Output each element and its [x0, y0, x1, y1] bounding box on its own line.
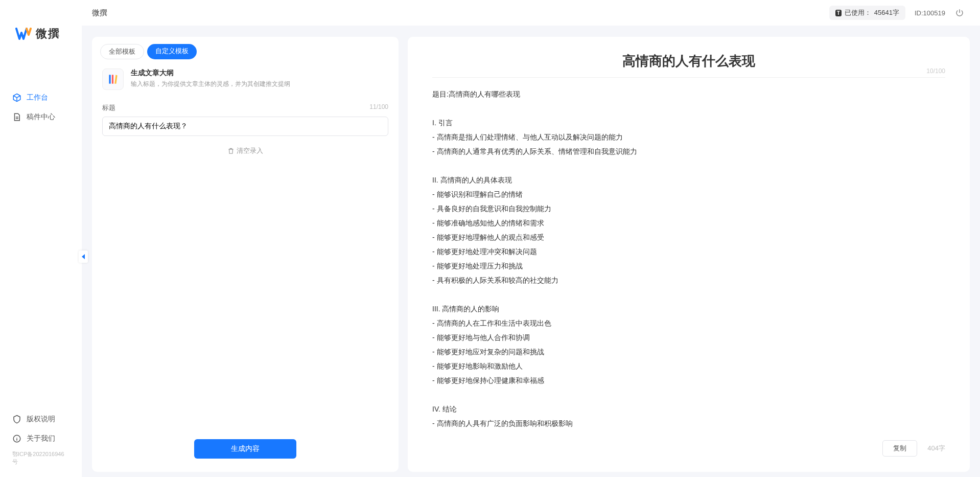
clear-label: 清空录入: [237, 146, 263, 155]
power-button[interactable]: [954, 8, 965, 18]
document-icon: [12, 112, 21, 122]
usage-prefix: 已使用：: [845, 8, 871, 17]
usage-badge[interactable]: T 已使用：45641字: [829, 6, 905, 20]
input-panel: 全部模板 自定义模板 生成文章大纲 输入标题，为你提供文章主体的灵感，并为其创建…: [92, 37, 399, 472]
sidebar-item-label: 关于我们: [27, 434, 55, 443]
tab-all-templates[interactable]: 全部模板: [100, 44, 144, 59]
generate-button[interactable]: 生成内容: [194, 439, 296, 459]
sidebar: 微撰 工作台 稿件中心 版权说明: [0, 0, 82, 477]
sidebar-item-about[interactable]: 关于我们: [0, 429, 82, 448]
cube-icon: [12, 93, 21, 102]
app-title: 微撰: [92, 8, 107, 18]
template-description: 输入标题，为你提供文章主体的灵感，并为其创建推文提纲: [131, 80, 290, 88]
logo: 微撰: [0, 26, 82, 42]
info-icon: [12, 434, 21, 443]
sidebar-item-workbench[interactable]: 工作台: [0, 88, 82, 107]
sidebar-item-drafts[interactable]: 稿件中心: [0, 107, 82, 127]
title-label: 标题: [102, 103, 115, 112]
sidebar-item-copyright[interactable]: 版权说明: [0, 410, 82, 429]
copy-button[interactable]: 复制: [882, 440, 917, 457]
shield-icon: [12, 415, 21, 424]
usage-value: 45641字: [874, 8, 899, 17]
logo-text: 微撰: [36, 26, 60, 41]
sidebar-item-label: 版权说明: [27, 415, 55, 424]
title-char-count: 11/100: [369, 103, 388, 112]
chevron-left-icon: [81, 254, 86, 260]
output-title: 高情商的人有什么表现: [432, 52, 945, 70]
sidebar-collapse-handle[interactable]: [79, 251, 88, 263]
tab-custom-templates[interactable]: 自定义模板: [147, 44, 197, 59]
topbar: 微撰 T 已使用：45641字 ID:100519: [82, 0, 980, 26]
trash-icon: [227, 147, 235, 154]
title-input[interactable]: [102, 117, 388, 136]
clear-button[interactable]: 清空录入: [102, 146, 388, 155]
template-card: 生成文章大纲 输入标题，为你提供文章主体的灵感，并为其创建推文提纲: [92, 63, 399, 98]
output-word-count: 404字: [927, 444, 945, 453]
sidebar-item-label: 工作台: [27, 93, 48, 102]
text-badge-icon: T: [835, 10, 842, 16]
sidebar-item-label: 稿件中心: [27, 112, 55, 122]
template-title: 生成文章大纲: [131, 69, 290, 78]
template-thumb-icon: [102, 69, 124, 90]
power-icon: [955, 8, 964, 17]
logo-icon: [15, 26, 32, 42]
output-panel: 高情商的人有什么表现 10/100 题目:高情商的人有哪些表现 I. 引言 - …: [408, 37, 970, 472]
output-body[interactable]: 题目:高情商的人有哪些表现 I. 引言 - 高情商是指人们处理情绪、与他人互动以…: [432, 87, 945, 431]
icp-text: 鄂ICP备2022016946号: [0, 448, 82, 472]
output-title-count: 10/100: [926, 67, 945, 75]
user-id: ID:100519: [915, 9, 945, 17]
